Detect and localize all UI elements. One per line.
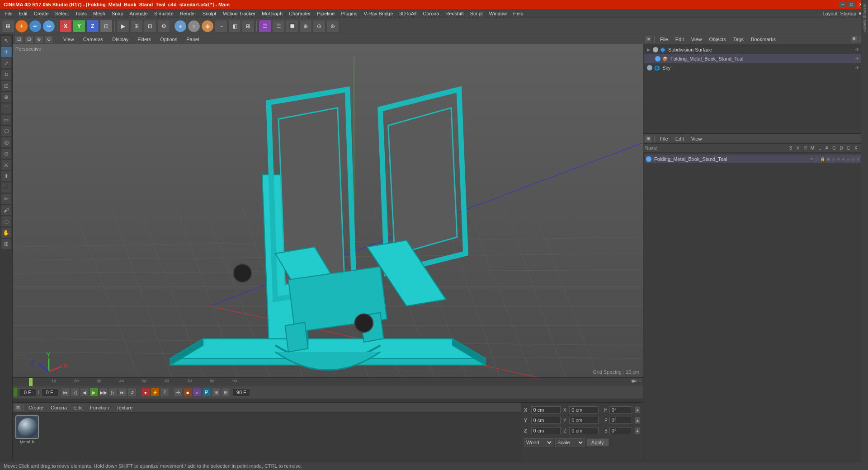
coord-z-scale[interactable] <box>569 427 599 434</box>
maximize-button[interactable]: □ <box>848 1 855 8</box>
obj-menu-edit[interactable]: Edit <box>673 36 687 43</box>
toolbar-redo-btn[interactable]: ↪ <box>42 20 55 33</box>
menu-animate[interactable]: Animate <box>127 10 151 17</box>
transport-btn1[interactable]: ✛ <box>174 388 183 397</box>
coord-b-arrow[interactable]: ▲ <box>635 427 640 434</box>
tool-live[interactable]: ⊡ <box>1 80 12 91</box>
tl-scroll-right[interactable]: ▶ <box>632 379 636 383</box>
attr-icon-3[interactable]: 🔒 <box>820 157 825 161</box>
vp-menu-cameras[interactable]: Cameras <box>80 36 106 43</box>
toolbar-deform-btn[interactable]: ◉ <box>201 20 214 33</box>
vp-icons-btn4[interactable]: ⊙ <box>44 35 53 43</box>
toolbar-object-btn[interactable]: ● <box>174 20 187 33</box>
coord-h-rot[interactable] <box>609 406 632 414</box>
toolbar-measure-btn[interactable]: ⊙ <box>313 20 326 33</box>
menu-pipeline[interactable]: Pipeline <box>314 10 337 17</box>
menu-sculpt[interactable]: Sculpt <box>200 10 219 17</box>
mat-toolbar-icon[interactable]: ⊞ <box>14 404 22 411</box>
vp-menu-panel[interactable]: Panel <box>184 36 202 43</box>
coord-b-rot[interactable] <box>609 427 632 434</box>
tool-subdiv[interactable]: ⊞ <box>1 239 12 249</box>
coord-z-pos[interactable] <box>531 427 561 434</box>
transport-record[interactable]: ● <box>141 388 150 397</box>
transport-loop[interactable]: ↺ <box>127 388 137 397</box>
tool-move[interactable]: ✛ <box>1 47 12 57</box>
menu-redshift[interactable]: Redshift <box>443 10 466 17</box>
transport-end-next[interactable]: ⏭ <box>118 388 127 397</box>
tool-grab[interactable]: ✋ <box>1 227 12 238</box>
toolbar-bp2-btn[interactable]: ☰ <box>272 20 285 33</box>
attr-menu-view[interactable]: View <box>689 135 705 142</box>
transport-help[interactable]: ? <box>160 388 169 397</box>
coord-x-scale[interactable] <box>569 406 599 414</box>
toolbar-quantize-btn[interactable]: ⊕ <box>299 20 312 33</box>
menu-simulate[interactable]: Simulate <box>151 10 176 17</box>
tool-scale[interactable]: ⤢ <box>1 58 12 69</box>
transport-btn3[interactable]: ○ <box>193 388 202 397</box>
end-frame-input[interactable] <box>233 388 250 396</box>
menu-plugins[interactable]: Plugins <box>338 10 360 17</box>
tool-brush[interactable]: ✏ <box>1 193 12 204</box>
attr-icon-1[interactable]: 👁 <box>810 157 814 161</box>
vp-icons-btn2[interactable]: ⊡ <box>24 35 33 43</box>
tool-sel-poly[interactable]: ⬡ <box>1 126 12 136</box>
transport-auto[interactable]: ⚡ <box>151 388 160 397</box>
attr-icon-2[interactable]: ⊡ <box>815 157 819 161</box>
tool-axis[interactable]: ⊕ <box>1 92 12 103</box>
toolbar-x-btn[interactable]: X <box>59 20 72 33</box>
tool-paint[interactable]: 🖌 <box>1 205 12 216</box>
transport-btn6[interactable]: ⊞ <box>221 388 230 397</box>
menu-mesh[interactable]: Mesh <box>90 10 108 17</box>
toolbar-snap-btn[interactable]: 🔲 <box>286 20 298 33</box>
menu-tools[interactable]: Tools <box>72 10 90 17</box>
menu-script[interactable]: Script <box>467 10 486 17</box>
tool-rotate[interactable]: ↻ <box>1 69 12 80</box>
obj-vis-icon[interactable]: 👁 <box>855 47 859 52</box>
coord-world-select[interactable]: World Object <box>524 438 553 446</box>
toolbar-y-btn[interactable]: Y <box>73 20 85 33</box>
toolbar-mode-btn[interactable]: ⊞ <box>2 20 14 33</box>
toolbar-bp1-btn[interactable]: ☰ <box>259 20 271 33</box>
attr-icon-7[interactable]: ◈ <box>842 157 845 161</box>
menu-snap[interactable]: Snap <box>109 10 126 17</box>
vp-icons-btn[interactable]: ⊡ <box>14 35 24 43</box>
transport-btn4[interactable]: P <box>202 388 211 397</box>
toolbar-undo-btn[interactable]: ↩ <box>29 20 42 33</box>
toolbar-spline-btn[interactable]: ~ <box>215 20 227 33</box>
obj-menu-view[interactable]: View <box>689 36 705 43</box>
mat-menu-function[interactable]: Function <box>87 404 112 411</box>
menu-help[interactable]: Help <box>510 10 526 17</box>
obj-menu-tags[interactable]: Tags <box>731 36 746 43</box>
coord-apply-button[interactable]: Apply <box>586 438 609 446</box>
toolbar-add-btn[interactable]: + <box>15 20 28 33</box>
timeline-ruler[interactable]: 0 10 20 30 40 50 60 70 80 90 900 F ▶ <box>13 378 643 386</box>
menu-window[interactable]: Window <box>486 10 509 17</box>
viewport[interactable]: Perspective <box>13 44 643 377</box>
obj-vis-icon-sky[interactable]: 👁 <box>855 66 859 70</box>
menu-mograph[interactable]: MoGraph <box>259 10 285 17</box>
coord-x-pos[interactable] <box>531 406 561 414</box>
obj-search-icon[interactable]: 🔍 <box>851 36 858 43</box>
coord-p-rot[interactable] <box>609 417 632 424</box>
obj-mgr-icon[interactable]: ⊞ <box>645 36 651 42</box>
obj-row-model[interactable]: 📦 Folding_Metal_Book_Stand_Teal 👁 🔒 <box>644 54 867 63</box>
frame-input-2[interactable] <box>41 388 58 396</box>
menu-render[interactable]: Render <box>177 10 199 17</box>
tool-extrude[interactable]: ⬆ <box>1 171 12 182</box>
coord-y-scale[interactable] <box>569 417 599 424</box>
obj-row-sky[interactable]: 🌐 Sky 👁 🔒 <box>644 63 867 72</box>
obj-menu-bookmarks[interactable]: Bookmarks <box>748 36 778 43</box>
toolbar-renderregion-btn[interactable]: ⊡ <box>144 20 156 33</box>
vp-menu-view[interactable]: View <box>61 36 77 43</box>
menu-character[interactable]: Character <box>286 10 313 17</box>
menu-motiontracker[interactable]: Motion Tracker <box>220 10 258 17</box>
vp-menu-filters[interactable]: Filters <box>135 36 154 43</box>
transport-end-prev[interactable]: ⏮ <box>61 388 70 397</box>
material-item-metal[interactable]: Metal_b <box>15 415 39 444</box>
obj-vis-icon-model[interactable]: 👁 <box>855 56 859 61</box>
attr-icon-10[interactable]: ⊠ <box>856 157 860 161</box>
toolbar-renderall-btn[interactable]: ⊞ <box>130 20 143 33</box>
toolbar-scene-btn[interactable]: ○ <box>188 20 200 33</box>
menu-3dtoall[interactable]: 3DToAll <box>396 10 419 17</box>
attr-mgr-icon[interactable]: ⊞ <box>645 136 651 142</box>
